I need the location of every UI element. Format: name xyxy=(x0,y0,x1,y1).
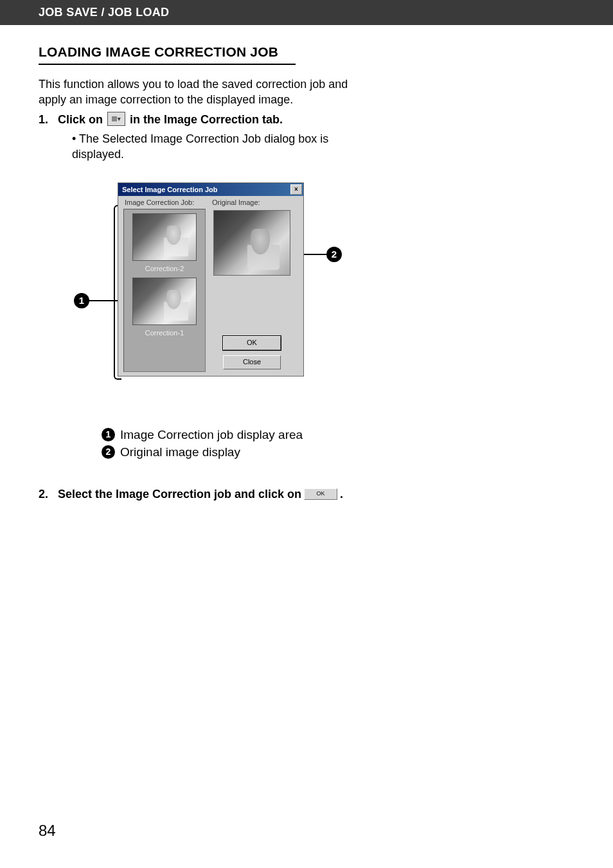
step-1-number: 1. xyxy=(39,113,58,127)
page: JOB SAVE / JOB LOAD LOADING IMAGE CORREC… xyxy=(0,0,613,868)
step-1-text-after: in the Image Correction tab. xyxy=(130,113,283,127)
legend-item-1: 1 Image Correction job display area xyxy=(102,427,326,444)
dialog-button-stack: OK Close xyxy=(211,336,293,372)
ok-button[interactable]: OK xyxy=(223,336,281,350)
legend-1-badge: 1 xyxy=(102,428,115,441)
close-icon[interactable]: × xyxy=(290,184,302,195)
list-item[interactable]: Correction-1 xyxy=(128,278,201,337)
callout-1-badge: 1 xyxy=(74,293,89,308)
step-1: 1. Click on in the Image Correction tab.… xyxy=(39,113,574,163)
chapter-header: JOB SAVE / JOB LOAD xyxy=(0,0,613,25)
content-area: LOADING IMAGE CORRECTION JOB This functi… xyxy=(0,25,613,501)
close-button[interactable]: Close xyxy=(223,355,281,369)
job-name-label: Correction-2 xyxy=(128,265,201,272)
legend-2-badge: 2 xyxy=(102,445,115,459)
callout-1-line xyxy=(89,300,118,301)
job-thumbnail xyxy=(132,278,197,325)
step-1-text-before: Click on xyxy=(58,113,103,127)
step-2: 2. Select the Image Correction job and c… xyxy=(39,488,574,501)
callout-2-line xyxy=(301,254,328,255)
ok-button-inline-icon: OK xyxy=(304,488,337,500)
legend-1-text: Image Correction job display area xyxy=(120,427,303,444)
list-item[interactable]: Correction-2 xyxy=(128,213,201,272)
page-number: 84 xyxy=(39,822,56,840)
job-list-label: Image Correction Job: xyxy=(123,199,206,206)
job-name-label: Correction-1 xyxy=(128,329,201,337)
figure-dialog-area: 1 2 Select Image Correction Job × Image … xyxy=(77,182,574,414)
original-image-label: Original Image: xyxy=(211,199,293,206)
original-image-preview xyxy=(213,210,290,276)
job-list[interactable]: Correction-2 Correction-1 xyxy=(123,209,206,372)
intro-text: This function allows you to load the sav… xyxy=(39,76,373,108)
step-2-text-before: Select the Image Correction job and clic… xyxy=(58,488,301,501)
select-image-correction-job-dialog: Select Image Correction Job × Image Corr… xyxy=(118,182,304,376)
legend-2-text: Original image display xyxy=(120,444,240,461)
step-2-number: 2. xyxy=(39,488,58,501)
job-thumbnail xyxy=(132,213,197,261)
original-image-column: Original Image: OK Close xyxy=(208,199,298,372)
section-title: LOADING IMAGE CORRECTION JOB xyxy=(39,44,296,65)
callout-2-badge: 2 xyxy=(326,247,342,262)
dialog-body: Image Correction Job: Correction-2 Corre… xyxy=(118,196,303,376)
step-1-bullet: The Selected Image Correction Job dialog… xyxy=(72,131,368,163)
load-job-icon xyxy=(107,112,125,126)
legend-item-2: 2 Original image display xyxy=(102,444,326,461)
dialog-title: Select Image Correction Job xyxy=(122,186,218,193)
step-2-text-after: . xyxy=(340,488,343,501)
dialog-titlebar: Select Image Correction Job × xyxy=(118,183,303,196)
job-list-column: Image Correction Job: Correction-2 Corre… xyxy=(118,199,208,372)
figure-legend: 1 Image Correction job display area 2 Or… xyxy=(102,427,574,461)
